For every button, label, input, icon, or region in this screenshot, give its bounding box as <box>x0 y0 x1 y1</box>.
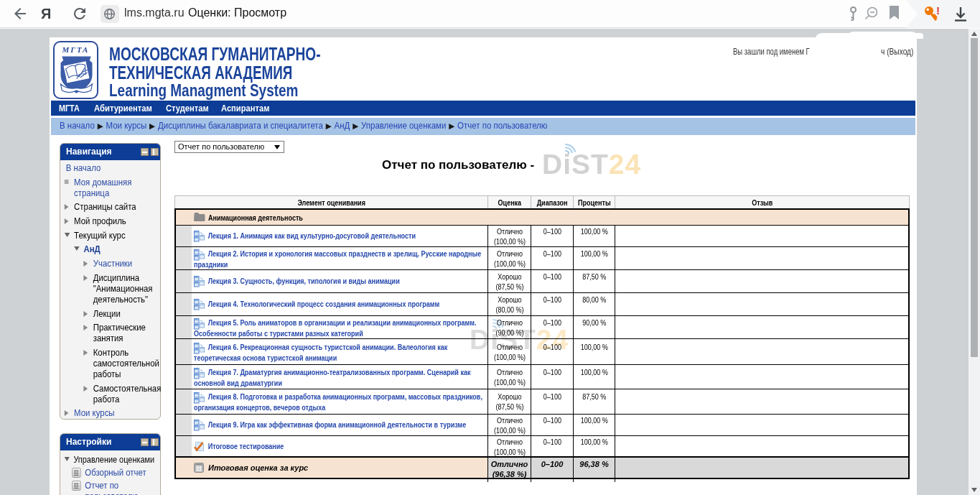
svg-text:!: ! <box>936 5 940 17</box>
